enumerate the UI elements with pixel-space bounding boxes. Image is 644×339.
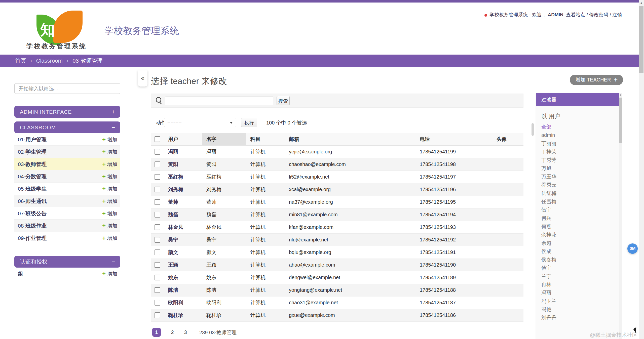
sidebar-menu-item[interactable]: 组 +增加 bbox=[14, 268, 120, 280]
sidebar-menu-item[interactable]: 09-作业管理 +增加 bbox=[14, 232, 120, 244]
model-link[interactable]: 01-用户管理 bbox=[18, 137, 47, 142]
list-scrollbar-thumb[interactable] bbox=[532, 123, 534, 136]
teacher-user-link[interactable]: 颜文 bbox=[168, 249, 178, 255]
filter-option[interactable]: 刘丹丹 bbox=[541, 314, 619, 322]
page-button[interactable]: 3 bbox=[181, 328, 190, 337]
column-header-avatar[interactable]: 头像 bbox=[497, 133, 522, 145]
sidebar-menu-item[interactable]: 02-学生管理 +增加 bbox=[14, 146, 120, 158]
filter-option[interactable]: 丁丽丽 bbox=[541, 139, 619, 148]
teacher-user-link[interactable]: 欧阳利 bbox=[168, 300, 183, 305]
filter-option[interactable]: 冉林 bbox=[541, 280, 619, 289]
view-site-link[interactable]: 查看站点 bbox=[566, 12, 585, 17]
search-button[interactable]: 搜索 bbox=[277, 96, 290, 105]
scroll-up-arrow-icon[interactable]: ▲ bbox=[639, 0, 644, 6]
add-model-link[interactable]: +增加 bbox=[102, 170, 117, 183]
filter-option[interactable]: 冯玉兰 bbox=[541, 297, 619, 305]
filter-option[interactable]: 余桂花 bbox=[541, 231, 619, 239]
row-checkbox[interactable] bbox=[155, 275, 160, 280]
add-model-link[interactable]: +增加 bbox=[102, 207, 117, 220]
logout-link[interactable]: 注销 bbox=[612, 12, 622, 17]
sidebar-menu-item[interactable]: 06-师生通讯 +增加 bbox=[14, 195, 120, 207]
model-link[interactable]: 06-师生通讯 bbox=[18, 198, 47, 204]
teacher-user-link[interactable]: 姚东 bbox=[168, 275, 178, 280]
sidebar-section-classroom[interactable]: CLASSROOM − bbox=[14, 121, 120, 133]
filter-option[interactable]: 伍宇 bbox=[541, 206, 619, 214]
filter-option[interactable]: 乔秀云 bbox=[541, 181, 619, 189]
teacher-user-link[interactable]: 董帅 bbox=[168, 199, 178, 205]
page-scrollbar[interactable]: ▲ bbox=[639, 0, 644, 339]
filter-option[interactable]: 何兵 bbox=[541, 214, 619, 222]
select-all-checkbox[interactable] bbox=[155, 136, 160, 142]
model-link[interactable]: 08-班级作业 bbox=[18, 223, 47, 229]
teacher-user-link[interactable]: 黄阳 bbox=[168, 161, 178, 167]
change-password-link[interactable]: 修改密码 bbox=[589, 12, 608, 17]
sidebar-menu-item[interactable]: 07-班级公告 +增加 bbox=[14, 207, 120, 220]
sidebar-menu-item[interactable]: 01-用户管理 +增加 bbox=[14, 133, 120, 146]
filter-option[interactable]: 侯春梅 bbox=[541, 256, 619, 264]
filter-option[interactable]: 全部 bbox=[541, 123, 619, 131]
filter-option[interactable]: 仇红梅 bbox=[541, 189, 619, 197]
add-model-link[interactable]: +增加 bbox=[102, 195, 117, 207]
teacher-user-link[interactable]: 王颖 bbox=[168, 262, 178, 268]
row-checkbox[interactable] bbox=[155, 262, 160, 268]
model-link[interactable]: 04-分数管理 bbox=[18, 174, 47, 179]
add-model-link[interactable]: +增加 bbox=[102, 268, 117, 280]
breadcrumb-app-link[interactable]: Classroom bbox=[36, 58, 63, 64]
row-checkbox[interactable] bbox=[155, 249, 160, 255]
column-header-subject[interactable]: 科目 bbox=[250, 133, 288, 145]
filter-option[interactable]: 傅宇 bbox=[541, 264, 619, 272]
filter-option[interactable]: 冯丽 bbox=[541, 289, 619, 297]
filter-option[interactable]: 何燕 bbox=[541, 222, 619, 231]
row-checkbox[interactable] bbox=[155, 237, 160, 243]
sidebar-collapse-button[interactable]: « bbox=[138, 70, 147, 87]
model-link[interactable]: 03-教师管理 bbox=[18, 161, 47, 167]
teacher-user-link[interactable]: 巫红梅 bbox=[168, 174, 183, 180]
sidebar-section-auth[interactable]: 认证和授权 − bbox=[14, 256, 120, 268]
teacher-user-link[interactable]: 陈洁 bbox=[168, 287, 178, 293]
filter-option[interactable]: 侯成 bbox=[541, 247, 619, 256]
page-button[interactable]: 1 bbox=[152, 328, 161, 337]
sidebar-menu-item[interactable]: 04-分数管理 +增加 bbox=[14, 170, 120, 183]
row-checkbox[interactable] bbox=[155, 312, 160, 318]
filter-option[interactable]: 丁秀芳 bbox=[541, 156, 619, 164]
row-checkbox[interactable] bbox=[155, 212, 160, 218]
search-input[interactable] bbox=[165, 97, 273, 105]
action-select[interactable]: --------- bbox=[164, 118, 236, 127]
action-go-button[interactable]: 执行 bbox=[241, 118, 257, 127]
model-link[interactable]: 组 bbox=[18, 271, 23, 277]
sidebar-section-admin-interface[interactable]: ADMIN INTERFACE + bbox=[14, 106, 120, 118]
column-header-name[interactable]: 名字 bbox=[202, 133, 246, 145]
row-checkbox[interactable] bbox=[155, 187, 160, 192]
sidebar-quick-filter-input[interactable] bbox=[14, 83, 120, 94]
row-checkbox[interactable] bbox=[155, 287, 160, 293]
teacher-user-link[interactable]: 冯丽 bbox=[168, 149, 178, 154]
teacher-user-link[interactable]: 林金凤 bbox=[168, 224, 183, 230]
add-model-link[interactable]: +增加 bbox=[102, 133, 117, 146]
filter-option[interactable]: 兰宁 bbox=[541, 272, 619, 280]
add-model-link[interactable]: +增加 bbox=[102, 232, 117, 244]
filter-option[interactable]: 万旭 bbox=[541, 164, 619, 173]
model-link[interactable]: 02-学生管理 bbox=[18, 149, 47, 155]
teacher-user-link[interactable]: 鞠桂珍 bbox=[168, 312, 183, 318]
row-checkbox[interactable] bbox=[155, 149, 160, 155]
sidebar-menu-item[interactable]: 05-班级学生 +增加 bbox=[14, 183, 120, 195]
filter-option[interactable]: 冯艳 bbox=[541, 305, 619, 314]
model-link[interactable]: 07-班级公告 bbox=[18, 210, 47, 216]
add-teacher-button[interactable]: 增加 TEACHER+ bbox=[570, 75, 623, 85]
teacher-user-link[interactable]: 魏磊 bbox=[168, 212, 178, 217]
add-model-link[interactable]: +增加 bbox=[102, 220, 117, 232]
filter-option[interactable]: 余超 bbox=[541, 239, 619, 247]
row-checkbox[interactable] bbox=[155, 199, 160, 205]
model-link[interactable]: 09-作业管理 bbox=[18, 235, 47, 241]
teacher-user-link[interactable]: 刘秀梅 bbox=[168, 187, 183, 192]
expand-icon[interactable]: + bbox=[111, 106, 115, 118]
filter-option[interactable]: 丁桂荣 bbox=[541, 148, 619, 156]
filter-scrollbar-thumb[interactable] bbox=[619, 98, 622, 143]
filter-option[interactable]: admin bbox=[541, 131, 619, 139]
page-scrollbar-thumb[interactable] bbox=[639, 6, 643, 73]
filter-option[interactable]: 任雪梅 bbox=[541, 197, 619, 206]
page-button[interactable]: 2 bbox=[168, 328, 177, 337]
sidebar-menu-item[interactable]: 03-教师管理 +增加 bbox=[14, 158, 120, 170]
sidebar-menu-item[interactable]: 08-班级作业 +增加 bbox=[14, 220, 120, 232]
teacher-user-link[interactable]: 吴宁 bbox=[168, 237, 178, 242]
